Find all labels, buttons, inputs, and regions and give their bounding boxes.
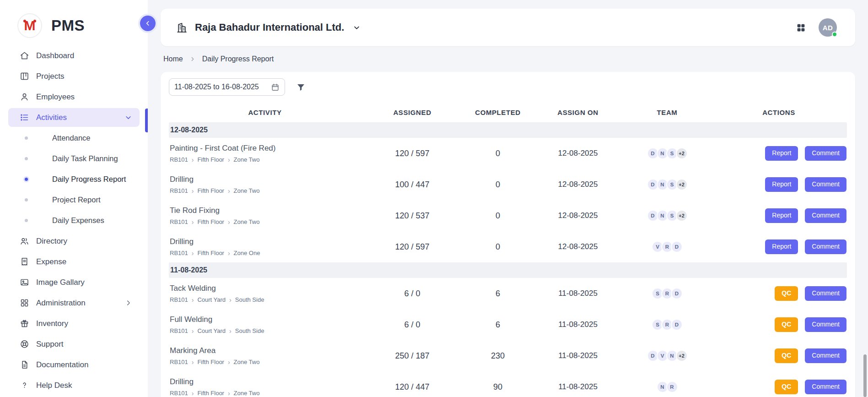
team-member-avatar[interactable]: R — [666, 381, 678, 393]
sidebar-item-inventory[interactable]: Inventory — [8, 314, 140, 333]
sidebar-item-label: Administration — [36, 299, 86, 308]
date-group-header: 12-08-2025 — [169, 122, 847, 138]
activity-name: Painting - First Coat (Fire Red) — [170, 144, 361, 153]
team-more-count[interactable]: +2 — [676, 350, 688, 362]
sidebar-item-administration[interactable]: Administration — [8, 294, 140, 312]
sidebar-item-documentation[interactable]: Documentation — [8, 355, 140, 374]
sidebar-item-image-gallary[interactable]: Image Gallary — [8, 273, 140, 292]
team-member-avatar[interactable]: D — [671, 241, 683, 253]
apps-grid-icon[interactable] — [796, 23, 806, 33]
qc-button[interactable]: QC — [775, 286, 798, 300]
date-group-header: 11-08-2025 — [169, 262, 847, 278]
report-button[interactable]: Report — [765, 146, 798, 160]
sidebar-item-label: Expense — [36, 257, 66, 266]
sidebar-subitem-daily-progress-report[interactable]: Daily Progress Report — [8, 170, 140, 189]
app-logo: M PMS — [0, 0, 148, 38]
sidebar-subitem-label: Daily Task Planning — [52, 154, 118, 163]
sidebar-item-label: Inventory — [36, 319, 68, 328]
sidebar-item-expense[interactable]: Expense — [8, 252, 140, 271]
column-header-completed: COMPLETED — [464, 109, 532, 116]
assigned-value: 250 / 187 — [361, 351, 464, 361]
activity-name: Drilling — [170, 377, 361, 386]
comment-button[interactable]: Comment — [805, 380, 846, 394]
breadcrumb: Home Daily Progress Report — [163, 54, 855, 64]
sidebar-item-label: Documentation — [36, 360, 88, 370]
completed-value: 6 — [464, 289, 532, 299]
comment-button[interactable]: Comment — [805, 208, 846, 223]
qc-button[interactable]: QC — [775, 348, 798, 363]
activity-cell: Marking AreaRB101›Fifth Floor›Zone Two — [169, 346, 361, 365]
filter-icon[interactable] — [296, 82, 306, 92]
completed-value: 0 — [464, 149, 532, 158]
projects-icon — [19, 71, 29, 82]
team-member-avatar[interactable]: D — [671, 319, 683, 331]
team-more-count[interactable]: +2 — [676, 179, 688, 190]
activity-cell: DrillingRB101›Fifth Floor›Zone Two — [169, 377, 361, 397]
report-button[interactable]: Report — [765, 177, 798, 191]
sidebar-item-activities[interactable]: Activities — [8, 108, 140, 127]
company-selector[interactable]: Raja Bahadur International Ltd. — [176, 22, 361, 33]
activity-location: RB101›Court Yard›South Side — [170, 296, 361, 303]
logo-dot-icon — [23, 20, 26, 22]
completed-value: 0 — [464, 242, 532, 252]
qc-button[interactable]: QC — [775, 380, 798, 394]
completed-value: 230 — [464, 351, 532, 361]
date-range-input[interactable]: 11-08-2025 to 16-08-2025 — [169, 78, 285, 96]
sidebar-item-support[interactable]: Support — [8, 335, 140, 353]
comment-button[interactable]: Comment — [805, 146, 846, 160]
sidebar-item-help-desk[interactable]: Help Desk — [8, 376, 140, 395]
user-avatar[interactable]: AD — [819, 18, 837, 37]
main-content: Raja Bahadur International Ltd. AD Home … — [148, 0, 868, 397]
comment-button[interactable]: Comment — [805, 317, 846, 332]
assign-on-value: 12-08-2025 — [532, 149, 624, 158]
employees-icon — [19, 92, 29, 102]
breadcrumb-home-link[interactable]: Home — [163, 55, 183, 63]
team-avatars: DNS+2 — [624, 147, 711, 159]
report-button[interactable]: Report — [765, 208, 798, 223]
comment-button[interactable]: Comment — [805, 348, 846, 363]
breadcrumb-separator-icon: › — [228, 188, 230, 194]
expense-icon — [19, 257, 29, 267]
breadcrumb-separator-icon: › — [192, 297, 194, 303]
activity-location: RB101›Fifth Floor›Zone Two — [170, 390, 361, 397]
table-header-row: ACTIVITYASSIGNEDCOMPLETEDASSIGN ONTEAMAC… — [169, 102, 847, 122]
chevron-right-icon — [189, 56, 196, 62]
location-segment: RB101 — [170, 390, 188, 397]
sidebar-subitem-label: Daily Expenses — [52, 216, 104, 225]
active-item-indicator — [145, 109, 148, 132]
sidebar-subitem-attendance[interactable]: Attendance — [8, 129, 140, 147]
sidebar-subitem-label: Attendance — [52, 134, 90, 142]
support-icon — [19, 339, 29, 349]
qc-button[interactable]: QC — [775, 317, 798, 332]
activity-row: Painting - First Coat (Fire Red)RB101›Fi… — [169, 138, 847, 169]
team-more-count[interactable]: +2 — [676, 210, 688, 222]
assigned-value: 120 / 447 — [361, 382, 464, 392]
activity-name: Drilling — [170, 237, 361, 246]
comment-button[interactable]: Comment — [805, 177, 846, 191]
comment-button[interactable]: Comment — [805, 239, 846, 254]
avatar-initials: AD — [823, 24, 833, 32]
sidebar-item-projects[interactable]: Projects — [8, 67, 140, 86]
sidebar-item-label: Dashboard — [36, 51, 74, 60]
administration-icon — [19, 298, 29, 308]
company-name: Raja Bahadur International Ltd. — [195, 22, 344, 33]
report-button[interactable]: Report — [765, 239, 798, 254]
sidebar-subitem-project-report[interactable]: Project Report — [8, 190, 140, 209]
sidebar-item-employees[interactable]: Employees — [8, 87, 140, 106]
team-more-count[interactable]: +2 — [676, 147, 688, 159]
sidebar-subitem-daily-expenses[interactable]: Daily Expenses — [8, 211, 140, 230]
row-actions: ReportComment — [711, 239, 847, 254]
sidebar-item-directory[interactable]: Directory — [8, 232, 140, 250]
sidebar-subitem-daily-task-planning[interactable]: Daily Task Planning — [8, 149, 140, 168]
team-member-avatar[interactable]: D — [671, 288, 683, 299]
sidebar-item-dashboard[interactable]: Dashboard — [8, 46, 140, 65]
assign-on-value: 12-08-2025 — [532, 242, 624, 251]
comment-button[interactable]: Comment — [805, 286, 846, 300]
breadcrumb-separator-icon: › — [228, 359, 230, 365]
breadcrumb-separator-icon: › — [192, 328, 194, 334]
sidebar-collapse-button[interactable] — [140, 16, 156, 31]
logo-m-icon: M — [17, 13, 42, 38]
scrollbar-thumb[interactable] — [863, 354, 867, 397]
location-segment: Zone Two — [234, 359, 260, 365]
assigned-value: 6 / 0 — [361, 289, 464, 299]
